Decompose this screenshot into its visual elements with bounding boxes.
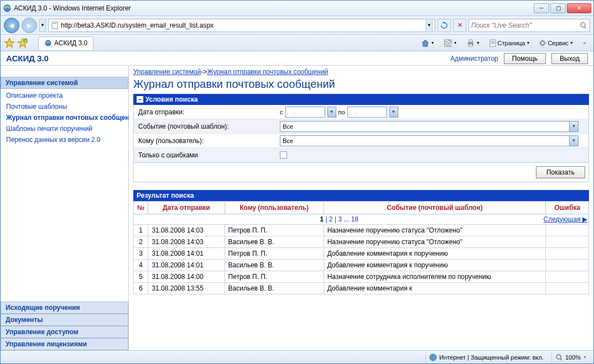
sidebar-item-templates[interactable]: Почтовые шаблоны — [1, 101, 128, 112]
svg-rect-1 — [52, 22, 58, 29]
sidebar-item-print-templates[interactable]: Шаблоны печати поручений — [1, 123, 128, 134]
collapse-icon[interactable]: − — [137, 96, 143, 103]
sidebar-section-outgoing[interactable]: Исходящие поручения — [1, 302, 128, 314]
table-row[interactable]: 4 31.08.2008 14:01 Васильев В. В. Добавл… — [134, 260, 589, 271]
favorites-star-icon[interactable] — [4, 38, 15, 49]
sidebar-item-email-log[interactable]: Журнал отправки почтовых сообщений — [1, 112, 128, 123]
browser-tab[interactable]: АСКИД 3.0 — [38, 36, 93, 50]
page-2[interactable]: 2 — [329, 215, 333, 223]
col-event[interactable]: Событие (почтовый шаблон) — [324, 202, 546, 214]
sidebar-item-project[interactable]: Описание проекта — [1, 90, 128, 101]
sidebar-section-system[interactable]: Управление системой — [1, 77, 128, 89]
sidebar-section-access[interactable]: Управление доступом — [1, 326, 128, 338]
cell-user: Васильев В. В. — [225, 260, 324, 271]
page-icon — [51, 22, 59, 29]
svg-rect-12 — [469, 44, 472, 46]
col-date[interactable]: Дата отправки — [148, 202, 225, 214]
minimize-button[interactable]: ─ — [534, 3, 549, 13]
url-input[interactable] — [61, 20, 424, 31]
cell-num: 3 — [134, 248, 148, 260]
sidebar-section-documents[interactable]: Документы — [1, 314, 128, 326]
breadcrumb-log[interactable]: Журнал отправки почтовых сообщений — [207, 68, 328, 76]
stop-button[interactable]: ✕ — [453, 19, 466, 32]
zoom-dropdown[interactable]: ▼ — [583, 355, 587, 359]
show-button[interactable]: Показать — [536, 166, 585, 178]
page-last[interactable]: 18 — [351, 215, 358, 223]
label-errors-only: Только с ошибками — [134, 150, 278, 161]
app-title: АСКИД 3.0 — [6, 54, 49, 63]
sidebar-item-migrate[interactable]: Перенос данных из версии 2.0 — [1, 134, 128, 145]
cell-error — [546, 283, 589, 294]
forward-button[interactable]: ► — [22, 18, 37, 33]
url-dropdown[interactable]: ▼ — [426, 19, 433, 32]
svg-point-18 — [541, 42, 544, 44]
close-button[interactable]: ✕ — [567, 3, 591, 13]
errors-only-checkbox[interactable] — [280, 151, 287, 159]
exit-button[interactable]: Выход — [551, 53, 588, 64]
app-header: АСКИД 3.0 Администратор Помощь Выход — [1, 51, 593, 66]
back-button[interactable]: ◄ — [4, 18, 19, 33]
cell-date: 31.08.2008 14:01 — [148, 260, 225, 271]
page-1[interactable]: 1 — [320, 215, 324, 223]
breadcrumb: Управление системой->Журнал отправки поч… — [133, 68, 589, 76]
home-button[interactable]: ▼ — [418, 37, 438, 49]
svg-text:+: + — [24, 38, 27, 42]
cell-user: Васильев В. В. — [225, 236, 324, 248]
main-content: Управление системой->Журнал отправки поч… — [129, 66, 593, 350]
svg-rect-2 — [53, 23, 56, 24]
page-menu[interactable]: Страница ▼ — [486, 37, 534, 49]
zoom-level: 100% — [565, 354, 581, 361]
breadcrumb-system[interactable]: Управление системой — [133, 68, 201, 76]
cell-date: 31.08.2008 14:03 — [148, 225, 225, 236]
sidebar: Управление системой Описание проекта Поч… — [1, 66, 129, 350]
page-3[interactable]: 3 — [338, 215, 342, 223]
next-page[interactable]: Следующая ▶ — [544, 215, 587, 223]
col-error[interactable]: Ошибка — [546, 202, 589, 214]
col-num[interactable]: № — [134, 202, 148, 214]
date-from-input[interactable] — [285, 107, 325, 118]
chevron-right-icon[interactable]: » — [579, 38, 590, 49]
search-icon[interactable] — [580, 22, 587, 29]
cell-event: Назначение поручению статуса "Отложено" — [324, 236, 546, 248]
cell-num: 1 — [134, 225, 148, 236]
cell-error — [546, 225, 589, 236]
cell-event: Назначение поручению статуса "Отложено" — [324, 225, 546, 236]
print-button[interactable]: ▼ — [463, 37, 483, 49]
svg-rect-11 — [469, 40, 472, 42]
date-from-picker[interactable]: ▼ — [327, 107, 336, 118]
ie-icon — [3, 4, 12, 13]
table-row[interactable]: 2 31.08.2008 14:03 Васильев В. В. Назнач… — [134, 236, 589, 248]
tools-menu[interactable]: Сервис ▼ — [535, 37, 577, 49]
zoom-icon[interactable] — [555, 354, 563, 361]
history-dropdown[interactable]: ▼ — [39, 19, 46, 32]
table-row[interactable]: 5 31.08.2008 14:00 Петров П. П. Назначен… — [134, 271, 589, 283]
cell-num: 2 — [134, 236, 148, 248]
refresh-button[interactable] — [437, 19, 451, 32]
maximize-button[interactable]: ▢ — [550, 3, 566, 13]
search-input[interactable] — [471, 22, 577, 29]
help-button[interactable]: Помощь — [504, 53, 546, 64]
cell-date: 31.08.2008 14:00 — [148, 271, 225, 283]
svg-rect-13 — [490, 40, 496, 46]
sidebar-section-licenses[interactable]: Управление лицензиями — [1, 338, 128, 350]
feeds-button[interactable]: ▼ — [440, 37, 461, 49]
search-panel-header: − Условия поиска — [133, 94, 589, 105]
svg-line-4 — [585, 27, 586, 28]
col-user[interactable]: Кому (пользователь) — [225, 202, 324, 214]
results-table: № Дата отправки Кому (пользователь) Собы… — [133, 201, 589, 294]
table-row[interactable]: 1 31.08.2008 14:03 Петров П. П. Назначен… — [134, 225, 589, 236]
cell-error — [546, 271, 589, 283]
table-row[interactable]: 6 31.08.2008 13:55 Васильев В. В. Добавл… — [134, 283, 589, 294]
event-select[interactable]: Все ▼ — [280, 121, 579, 132]
table-row[interactable]: 3 31.08.2008 14:01 Петров П. П. Добавлен… — [134, 248, 589, 260]
user-select[interactable]: Все ▼ — [280, 135, 579, 146]
admin-link[interactable]: Администратор — [450, 55, 498, 62]
page-title: Журнал отправки почтовых сообщений — [133, 78, 589, 91]
date-to-picker[interactable]: ▼ — [389, 107, 398, 118]
browser-toolbar: + АСКИД 3.0 ▼ ▼ ▼ Страница ▼ С — [1, 35, 593, 51]
date-to-input[interactable] — [347, 107, 387, 118]
add-favorite-icon[interactable]: + — [17, 38, 28, 49]
browser-navbar: ◄ ► ▼ ▼ ✕ — [1, 16, 593, 35]
status-bar: Интернет | Защищенный режим: вкл. 100% ▼ — [1, 350, 593, 363]
svg-point-22 — [556, 355, 561, 359]
